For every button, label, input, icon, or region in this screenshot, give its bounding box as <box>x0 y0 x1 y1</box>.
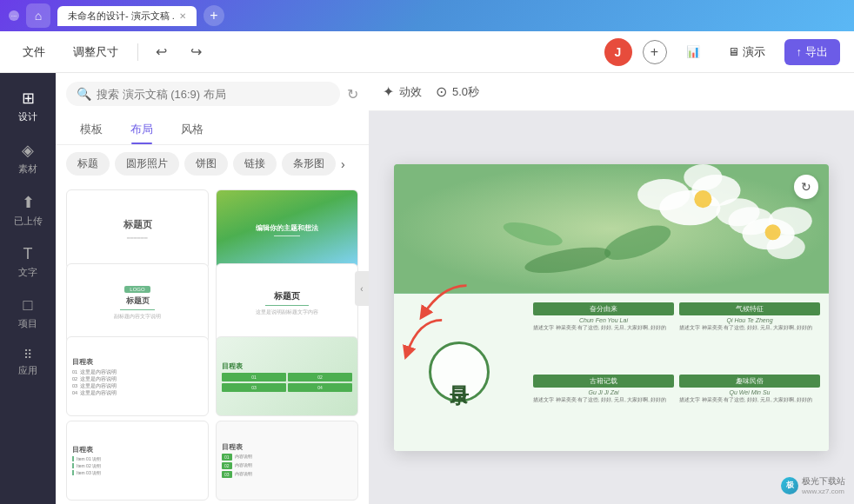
template-card-5[interactable]: 目程表 01这里是内容说明 02这里是内容说明 03这里是内容说明 04这里是内… <box>66 336 209 416</box>
tpl5-title: 目程表 <box>72 357 93 367</box>
tpl7-title: 目程表 <box>72 445 93 454</box>
chip-title[interactable]: 标题 <box>66 152 110 176</box>
animation-label: 动效 <box>399 84 422 100</box>
undo-button[interactable]: ↩ <box>149 40 173 64</box>
user-avatar[interactable]: J <box>604 38 632 66</box>
present-icon: 🖥 <box>728 45 739 58</box>
search-icon: 🔍 <box>77 87 91 101</box>
present-button[interactable]: 🖥 演示 <box>719 41 774 63</box>
left-panel: 🔍 ↻ 模板 布局 风格 标题 圆形照片 <box>56 73 369 504</box>
title-chars: 目录 <box>446 370 472 374</box>
tpl2-line <box>274 235 300 236</box>
tpl1-sub: ━━━━━━ <box>127 235 148 241</box>
browser-tab[interactable]: 未命名的设计- 演示文稿 ... ✕ <box>57 6 197 26</box>
tpl4-sub: 这里是说明副标题文字内容 <box>230 308 344 316</box>
tpl8-item3: 03 内容说明 <box>222 471 352 478</box>
tpl3-badge: LOGO <box>124 286 150 293</box>
sidebar-item-project[interactable]: □ 项目 <box>5 289 50 337</box>
chip-link[interactable]: 链接 <box>233 152 277 176</box>
panel-collapse-button[interactable]: ‹ <box>355 271 369 306</box>
add-collaborator-button[interactable]: + <box>643 40 667 64</box>
chip-bar[interactable]: 条形图 <box>282 152 336 176</box>
tpl7-items: Item 01 说明 Item 02 说明 Item 03 说明 <box>72 456 203 475</box>
cell2-title: 气候特征 <box>679 302 820 315</box>
tpl7-item-3: Item 03 说明 <box>72 470 203 475</box>
tpl5-item-4: 04这里是内容说明 <box>72 390 203 396</box>
toolbar: 文件 调整尺寸 ↩ ↪ J + 📊 🖥 演示 ↑ 导出 <box>0 31 854 73</box>
slide-refresh-button[interactable]: ↻ <box>794 175 818 199</box>
cell4-text: 描述文字 神采奕奕 有了这些, 好好, 元旦, 大家好啊, 好好的 <box>679 397 820 404</box>
sidebar-label-apps: 应用 <box>18 364 37 377</box>
new-tab-button[interactable]: + <box>203 5 224 26</box>
window-dot[interactable]: ··· <box>9 10 19 21</box>
stats-button[interactable]: 📊 <box>677 42 709 62</box>
template-card-4[interactable]: 标题页 这里是说明副标题文字内容 <box>216 263 358 343</box>
watermark: 极 极光下载站 www.xz7.com <box>781 475 845 495</box>
tpl5-item-1: 01这里是内容说明 <box>72 369 203 375</box>
cell3-text: 描述文字 神采奕奕 有了这些, 好好, 元旦, 大家好啊, 好好的 <box>533 397 674 404</box>
export-label: 导出 <box>805 44 828 60</box>
file-label: 文件 <box>23 44 45 60</box>
chips-more-icon[interactable]: › <box>341 157 345 171</box>
sidebar-label-project: 项目 <box>18 317 37 330</box>
canvas-toolbar: ✦ 动效 ⊙ 5.0秒 <box>369 73 854 111</box>
tpl3-line <box>120 309 155 310</box>
redo-button[interactable]: ↪ <box>183 40 208 64</box>
tab-style[interactable]: 风格 <box>167 115 217 144</box>
tpl6-cell-3: 03 <box>222 383 286 392</box>
file-menu-button[interactable]: 文件 <box>14 41 54 63</box>
sidebar-item-material[interactable]: ◈ 素材 <box>5 134 50 182</box>
duration-label: 5.0秒 <box>452 84 479 100</box>
tpl7-item-1: Item 01 说明 <box>72 456 203 461</box>
template-card-8[interactable]: 目程表 01 内容说明 02 内容说明 03 内容说明 <box>216 421 358 501</box>
template-card-6[interactable]: 目程表 01 02 03 04 <box>216 336 358 416</box>
content-cell-1: 奋分由来 Chun Fen You Lai 描述文字 神采奕奕 有了这些, 好好… <box>533 302 674 370</box>
clock-icon: ⊙ <box>436 83 447 100</box>
chip-pie[interactable]: 饼图 <box>184 152 228 176</box>
sidebar-item-design[interactable]: ⊞ 设计 <box>5 82 50 130</box>
tab-layout[interactable]: 布局 <box>117 115 167 144</box>
animation-button[interactable]: ✦ 动效 <box>383 83 422 100</box>
slide-content: 目录 奋分由来 Chun Fen You Lai 描述文字 神采奕奕 有了这些,… <box>394 164 829 451</box>
project-icon: □ <box>23 296 33 315</box>
sidebar-item-apps[interactable]: ⠿ 应用 <box>5 341 50 384</box>
window-controls[interactable]: ··· <box>9 10 19 21</box>
template-card-2[interactable]: 编辑你的主题和想法 <box>216 189 358 269</box>
sidebar-item-text[interactable]: T 文字 <box>5 238 50 286</box>
svg-point-11 <box>765 224 781 240</box>
template-card-3[interactable]: LOGO 标题页 副标题内容文字说明 <box>66 263 209 343</box>
template-card-1[interactable]: 标题页 ━━━━━━ <box>66 189 209 269</box>
tab-close-icon[interactable]: ✕ <box>179 11 186 21</box>
cell1-text: 描述文字 神采奕奕 有了这些, 好好, 元旦, 大家好啊, 好好的 <box>533 325 674 332</box>
tpl6-cell-2: 02 <box>288 373 352 381</box>
tab-title: 未命名的设计- 演示文稿 ... <box>68 10 174 23</box>
canvas-main: 目录 奋分由来 Chun Fen You Lai 描述文字 神采奕奕 有了这些,… <box>369 111 854 504</box>
search-input[interactable] <box>97 88 330 101</box>
resize-button[interactable]: 调整尺寸 <box>64 41 127 63</box>
template-card-7[interactable]: 目程表 Item 01 说明 Item 02 说明 Item 03 说明 <box>66 421 209 501</box>
export-button[interactable]: ↑ 导出 <box>784 39 841 65</box>
tpl7-item-2: Item 02 说明 <box>72 463 203 468</box>
watermark-text-wrap: 极光下载站 www.xz7.com <box>802 475 845 495</box>
search-input-wrap[interactable]: 🔍 <box>66 82 340 106</box>
slide-title-char: 目录 <box>394 294 524 452</box>
search-refresh-icon[interactable]: ↻ <box>347 86 358 103</box>
watermark-logo: 极 <box>781 477 798 494</box>
design-icon: ⊞ <box>22 89 35 108</box>
sidebar-label-text: 文字 <box>18 266 37 279</box>
slide-preview[interactable]: 目录 奋分由来 Chun Fen You Lai 描述文字 神采奕奕 有了这些,… <box>394 164 829 451</box>
slide-bottom: 目录 奋分由来 Chun Fen You Lai 描述文字 神采奕奕 有了这些,… <box>394 294 829 452</box>
home-button[interactable]: ⌂ <box>26 3 50 28</box>
duration-button[interactable]: ⊙ 5.0秒 <box>436 83 479 100</box>
cell4-title: 趣味民俗 <box>679 375 820 388</box>
watermark-line2: www.xz7.com <box>802 487 845 495</box>
chip-circle-photo[interactable]: 圆形照片 <box>115 152 179 176</box>
resize-label: 调整尺寸 <box>73 44 118 60</box>
sidebar-item-upload[interactable]: ⬆ 已上传 <box>5 186 50 235</box>
tpl5-items: 01这里是内容说明 02这里是内容说明 03这里是内容说明 04这里是内容说明 <box>72 369 203 396</box>
tpl3-sub: 副标题内容文字说明 <box>114 313 161 321</box>
tpl6-cell-4: 04 <box>288 383 352 392</box>
tab-template[interactable]: 模板 <box>66 115 117 144</box>
export-upload-icon: ↑ <box>797 45 803 58</box>
cell1-subtitle: Chun Fen You Lai <box>533 317 674 323</box>
